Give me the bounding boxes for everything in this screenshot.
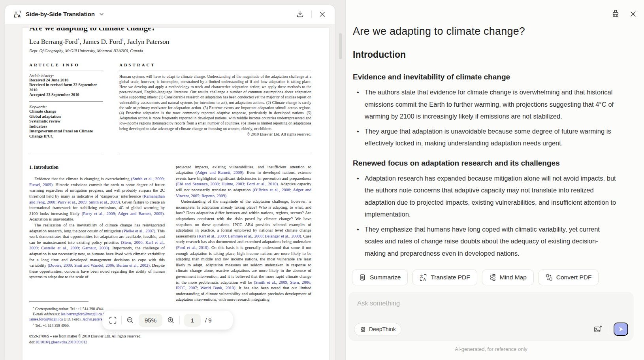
svg-text:A: A <box>424 278 426 281</box>
summary-bullet: Adaptation research has expanded because… <box>353 172 617 221</box>
svg-text:文: 文 <box>420 274 424 278</box>
summary-section-heading: Introduction <box>353 49 620 60</box>
download-icon[interactable] <box>296 10 304 18</box>
translate-pdf-button[interactable]: 文 A Translate PDF <box>412 270 477 285</box>
article-info-heading: ARTICLE INFO <box>29 62 103 70</box>
ai-disclaimer: AI-generated, for reference only <box>348 346 634 352</box>
summary-bullet-list: Adaptation research has expanded because… <box>353 172 617 260</box>
zoom-level[interactable]: 95% <box>139 314 162 327</box>
article-info-block: ARTICLE INFO Article history: Received 2… <box>29 62 103 154</box>
pdf-floating-toolbar: 95% 1 / 9 <box>102 311 233 330</box>
abstract-block: ABSTRACT Human systems will have to adap… <box>119 62 311 154</box>
summary-bullet: They emphasize that humans have long cop… <box>353 223 617 260</box>
scrollbar-thumb[interactable] <box>339 33 342 59</box>
page-total: / 9 <box>205 317 212 324</box>
summary-bullet-list: The authors state that evidence for clim… <box>353 86 617 149</box>
paragraph: projected impacts, existing vulnerabilit… <box>176 164 311 199</box>
doi-line: doi:10.1016/j.gloenvcha.2010.09.012 <box>29 339 165 345</box>
paragraph: Evidence that the climate is changing is… <box>29 176 165 222</box>
clear-chat-icon[interactable] <box>611 9 620 18</box>
summary-bullet: They argue that adaptation is unavoidabl… <box>353 125 617 149</box>
svg-text:A: A <box>18 14 21 18</box>
paper-affiliation: Dept. Of Geography, McGill University, M… <box>29 49 311 53</box>
paragraph: Understanding of the magnitude of the ad… <box>176 199 311 303</box>
fit-page-icon[interactable] <box>109 316 117 324</box>
imprint-line: 0959-3780/$ – see front matter © 2010 El… <box>29 334 165 339</box>
summary-subheading: Renewed focus on adaptation research and… <box>353 159 620 168</box>
close-panel-icon[interactable] <box>629 9 637 18</box>
quick-actions: Summarize 文 A Translate PDF Mind Map <box>352 270 634 285</box>
abstract-text: Human systems will have to adapt to clim… <box>119 74 311 131</box>
summary-subheading: Evidence and inevitability of climate ch… <box>353 73 620 81</box>
page-number-input[interactable]: 1 <box>184 314 201 327</box>
paragraph: The realization of the inevitability of … <box>29 222 165 280</box>
translate-icon: 文 A <box>14 10 22 18</box>
pdf-page: Are we adapting to climate change? Lea B… <box>23 28 329 360</box>
abstract-heading: ABSTRACT <box>119 62 311 70</box>
ask-input[interactable] <box>348 292 634 312</box>
pdf-scroll-area[interactable]: Are we adapting to climate change? Lea B… <box>5 24 335 360</box>
zoom-out-icon[interactable] <box>126 316 134 324</box>
summarize-button[interactable]: Summarize <box>352 270 408 285</box>
summary-title: Are we adapting to climate change? <box>353 25 620 38</box>
ai-summary-panel: Are we adapting to climate change? Intro… <box>345 0 644 360</box>
add-image-icon[interactable] <box>594 325 602 334</box>
chat-input-area: Summarize 文 A Translate PDF Mind Map <box>348 270 634 352</box>
ask-input-box[interactable]: DeepThink <box>348 292 634 341</box>
input-divider <box>608 326 608 333</box>
paper-authors: Lea Berrang-Ford*, James D. Ford1, Jacly… <box>29 38 311 46</box>
window-title: Side-by-Side Translation <box>26 11 95 17</box>
close-pdf-icon[interactable] <box>319 11 326 18</box>
header-divider <box>311 10 312 18</box>
mode-dropdown-chevron-icon[interactable] <box>98 11 105 17</box>
pdf-window-header: 文 A Side-by-Side Translation <box>5 5 335 23</box>
zoom-in-icon[interactable] <box>167 316 175 324</box>
section-heading: 1. Introduction <box>29 164 165 170</box>
mind-map-button[interactable]: Mind Map <box>482 270 534 285</box>
paper-title-clipped: Are we adapting to climate change? <box>29 28 311 34</box>
abstract-copyright: © 2010 Elsevier Ltd. All rights reserved… <box>119 132 311 136</box>
summary-bullet: The authors state that evidence for clim… <box>353 86 617 123</box>
send-button[interactable] <box>614 322 628 336</box>
convert-pdf-button[interactable]: Convert PDF <box>539 270 599 285</box>
deepthink-toggle[interactable]: DeepThink <box>354 323 401 336</box>
pdf-viewer-window: 文 A Side-by-Side Translation <box>5 5 335 360</box>
